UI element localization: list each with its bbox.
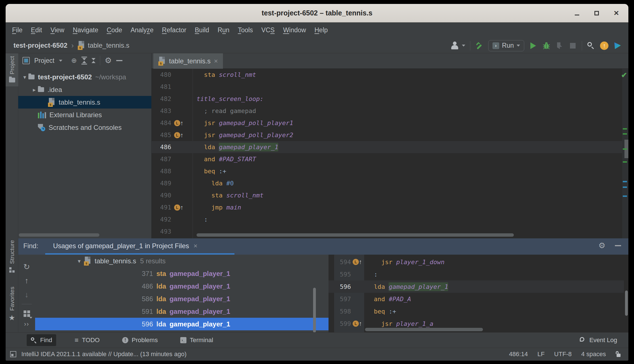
code-area[interactable]: 480 sta scroll_nmt481482title_screen_loo…	[152, 69, 622, 238]
chevron-down-icon[interactable]	[59, 60, 62, 62]
line-number[interactable]: 487	[152, 156, 171, 163]
unlock-icon[interactable]	[615, 351, 621, 357]
vertical-scrollbar[interactable]	[625, 291, 628, 316]
more-options-icon[interactable]: ››	[24, 321, 29, 328]
collapse-all-icon[interactable]	[92, 58, 95, 63]
tree-row[interactable]: ▸.idea	[18, 83, 151, 96]
menu-item-help[interactable]: Help	[310, 26, 332, 34]
event-log-button[interactable]: Event Log	[580, 337, 617, 344]
stripe-mark[interactable]	[623, 128, 627, 130]
code-line[interactable]: 595 :	[329, 268, 624, 280]
stripe-mark[interactable]	[623, 148, 627, 150]
code-line[interactable]: 487 and #PAD_START	[152, 153, 622, 165]
menu-item-vcs[interactable]: VCS	[257, 26, 279, 34]
result-row[interactable]: 586ldagamepad_player_1	[35, 292, 329, 305]
horizontal-scrollbar[interactable]	[365, 328, 483, 331]
toolwindow-button-todo[interactable]: ≡TODO	[71, 334, 104, 346]
stripe-mark[interactable]	[623, 133, 627, 135]
stripe-mark[interactable]	[623, 195, 627, 197]
tree-row[interactable]: ▾test-project-6502~/workspa	[18, 71, 151, 83]
breadcrumb-file[interactable]: table_tennis.s	[88, 42, 129, 49]
build-hammer-icon[interactable]	[475, 42, 484, 50]
menu-item-edit[interactable]: Edit	[27, 26, 46, 34]
label-gutter-icon[interactable]: L↑	[174, 132, 183, 138]
line-number[interactable]: 493	[152, 228, 171, 235]
code-line[interactable]: 489 lda #0	[152, 177, 622, 189]
result-row[interactable]: 371stagamepad_player_1	[35, 267, 329, 280]
tree-chevron-icon[interactable]: ▾	[21, 74, 28, 80]
line-number[interactable]: 489	[152, 180, 171, 187]
menu-item-run[interactable]: Run	[213, 26, 234, 34]
label-gutter-icon[interactable]: L↑	[174, 204, 183, 211]
maximize-button[interactable]	[593, 10, 600, 17]
gear-icon[interactable]: ⚙	[598, 242, 605, 250]
line-number[interactable]: 598	[329, 308, 351, 315]
locate-file-icon[interactable]: ⊕	[71, 57, 77, 64]
line-number[interactable]: 483	[152, 107, 171, 114]
line-number[interactable]: 595	[329, 271, 351, 278]
menu-item-window[interactable]: Window	[279, 26, 310, 34]
line-number[interactable]: 491	[152, 204, 171, 211]
menu-item-view[interactable]: View	[46, 26, 69, 34]
result-row[interactable]: 591ldagamepad_player_1	[35, 305, 329, 318]
stripe-mark[interactable]	[623, 181, 627, 182]
breadcrumb-project[interactable]: test-project-6502	[13, 42, 67, 49]
run-with-coverage-icon[interactable]	[555, 42, 564, 50]
toolwindow-button-terminal[interactable]: ›_Terminal	[176, 334, 217, 346]
code-line[interactable]: 486 lda gamepad_player_1	[152, 141, 622, 153]
user-menu-button[interactable]	[451, 42, 465, 50]
close-icon[interactable]: ×	[193, 242, 197, 250]
search-everywhere-icon[interactable]	[587, 42, 595, 50]
line-number[interactable]: 488	[152, 168, 171, 175]
code-line[interactable]: 596 lda gamepad_player_1	[329, 280, 624, 293]
menu-item-navigate[interactable]: Navigate	[69, 26, 102, 34]
line-number[interactable]: 481	[152, 83, 171, 90]
line-number[interactable]: 492	[152, 216, 171, 223]
code-line[interactable]: 490 sta scroll_nmt	[152, 189, 622, 201]
find-group-row[interactable]: ▾stable_tennis.s5 results	[35, 255, 329, 267]
group-by-icon[interactable]	[24, 307, 30, 321]
close-button[interactable]: ✕	[613, 10, 620, 17]
line-number[interactable]: 486	[152, 144, 171, 151]
tree-row[interactable]: Scratches and Consoles	[18, 121, 151, 134]
code-line[interactable]: 598 beq :+	[329, 305, 624, 317]
stripe-tab-project[interactable]: Project	[6, 53, 18, 86]
tree-chevron-icon[interactable]: ▸	[31, 86, 38, 93]
stripe-tab-structure[interactable]: Structure	[6, 240, 18, 273]
line-number[interactable]: 596	[329, 283, 351, 290]
menu-item-tools[interactable]: Tools	[234, 26, 257, 34]
code-line[interactable]: 484L↑ jsr gamepad_poll_player1	[152, 117, 622, 129]
code-line[interactable]: 480 sta scroll_nmt	[152, 69, 622, 81]
code-line[interactable]: 485L↑ jsr gamepad_poll_player2	[152, 129, 622, 141]
line-number[interactable]: 599	[329, 320, 351, 327]
debug-button[interactable]	[542, 42, 551, 50]
menu-item-code[interactable]: Code	[102, 26, 126, 34]
title-bar[interactable]: test-project-6502 – table_tennis.s ✕	[6, 4, 628, 22]
menu-item-build[interactable]: Build	[191, 26, 213, 34]
next-occurrence-icon[interactable]: ↓	[25, 288, 29, 302]
line-number[interactable]: 485	[152, 132, 171, 139]
usage-preview[interactable]: 594L↑ jsr player_1_down595 :596 lda game…	[329, 255, 628, 332]
close-icon[interactable]: ×	[214, 57, 218, 65]
indent-setting[interactable]: 4 spaces	[581, 351, 606, 358]
code-line[interactable]: 488 beq :+	[152, 165, 622, 177]
menu-item-file[interactable]: File	[8, 26, 27, 34]
menu-item-analyze[interactable]: Analyze	[126, 26, 158, 34]
stripe-tab-favorites[interactable]: Favorites ★	[6, 287, 18, 321]
code-line[interactable]: 597 and #PAD_A	[329, 293, 624, 305]
file-encoding[interactable]: UTF-8	[554, 351, 572, 358]
run-button[interactable]	[529, 42, 537, 50]
editor-tab[interactable]: s table_tennis.s ×	[153, 53, 223, 69]
label-gutter-icon[interactable]: L↑	[174, 120, 183, 126]
expand-all-icon[interactable]	[81, 57, 87, 64]
tree-row[interactable]: stable_tennis.s	[18, 96, 151, 109]
menu-item-refactor[interactable]: Refactor	[158, 26, 191, 34]
tool-window-switcher-icon[interactable]	[10, 351, 16, 357]
hide-panel-icon[interactable]	[116, 60, 122, 61]
error-stripe[interactable]: ✔	[622, 69, 628, 238]
gear-icon[interactable]: ⚙	[105, 57, 112, 64]
update-available-icon[interactable]: ↑	[600, 42, 608, 50]
label-gutter-icon[interactable]: L↑	[353, 259, 362, 265]
toolwindow-button-problems[interactable]: !Problems	[118, 334, 162, 346]
tree-row[interactable]: External Libraries	[18, 109, 151, 121]
